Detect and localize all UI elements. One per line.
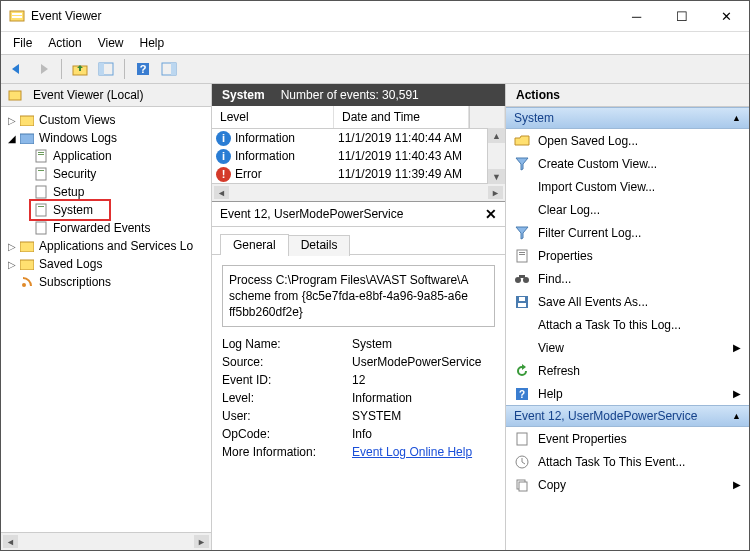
tree-windows-logs[interactable]: Windows Logs [39, 131, 117, 145]
action-attach-task-event[interactable]: Attach Task To This Event... [506, 450, 749, 473]
event-message-box[interactable]: Process C:\Program Files\AVAST Software\… [222, 265, 495, 327]
menu-view[interactable]: View [90, 32, 132, 54]
opcode-label: OpCode: [222, 427, 352, 441]
collapse-icon[interactable]: ◢ [5, 133, 19, 144]
toolbar-panel2-button[interactable] [157, 57, 181, 81]
center-pane: System Number of events: 30,591 Level Da… [212, 84, 506, 550]
action-open-saved-log[interactable]: Open Saved Log... [506, 129, 749, 152]
col-level[interactable]: Level [212, 106, 334, 128]
event-row[interactable]: iInformation 11/1/2019 11:40:44 AM [212, 129, 505, 147]
action-help[interactable]: ?Help▶ [506, 382, 749, 405]
help-button[interactable]: ? [131, 57, 155, 81]
menu-file[interactable]: File [5, 32, 40, 54]
svg-text:?: ? [140, 63, 147, 75]
tree-hscroll[interactable]: ◄► [1, 532, 211, 550]
event-viewer-window: Event Viewer ─ ☐ ✕ File Action View Help… [0, 0, 750, 551]
action-import-custom-view[interactable]: Import Custom View... [506, 175, 749, 198]
action-properties[interactable]: Properties [506, 244, 749, 267]
list-vscroll[interactable]: ▲▼ [487, 128, 505, 184]
row-level: Information [235, 131, 295, 145]
log-name-label: Log Name: [222, 337, 352, 351]
save-icon [514, 294, 530, 310]
menubar: File Action View Help [1, 32, 749, 54]
more-info-link[interactable]: Event Log Online Help [352, 445, 472, 459]
opcode-value: Info [352, 427, 372, 441]
action-create-custom-view[interactable]: Create Custom View... [506, 152, 749, 175]
svg-rect-1 [12, 13, 22, 15]
col-datetime[interactable]: Date and Time [334, 106, 469, 128]
svg-rect-36 [517, 433, 527, 445]
folder-up-button[interactable] [68, 57, 92, 81]
tree-system[interactable]: System [53, 203, 93, 217]
tree[interactable]: ▷Custom Views ◢Windows Logs Application … [1, 107, 211, 532]
tree-pane: Event Viewer (Local) ▷Custom Views ◢Wind… [1, 84, 212, 550]
svg-rect-5 [99, 63, 104, 75]
action-refresh[interactable]: Refresh [506, 359, 749, 382]
tree-application[interactable]: Application [53, 149, 112, 163]
expand-icon[interactable]: ▷ [5, 259, 19, 270]
log-icon [33, 202, 49, 218]
event-id-label: Event ID: [222, 373, 352, 387]
msg-line: scheme from {8c5e7fda-e8bf-4a96-9a85-a6e [229, 288, 488, 304]
menu-action[interactable]: Action [40, 32, 89, 54]
event-row[interactable]: iInformation 11/1/2019 11:40:43 AM [212, 147, 505, 165]
log-icon [33, 220, 49, 236]
svg-rect-11 [20, 116, 34, 126]
tree-forwarded[interactable]: Forwarded Events [53, 221, 150, 235]
action-attach-task[interactable]: Attach a Task To this Log... [506, 313, 749, 336]
window-title: Event Viewer [31, 9, 614, 23]
tree-custom-views[interactable]: Custom Views [39, 113, 115, 127]
close-button[interactable]: ✕ [704, 1, 749, 31]
svg-rect-17 [38, 170, 44, 171]
folder-open-icon [514, 133, 530, 149]
center-header: System Number of events: 30,591 [212, 84, 505, 106]
event-id-value: 12 [352, 373, 365, 387]
action-event-properties[interactable]: Event Properties [506, 427, 749, 450]
list-hscroll[interactable]: ◄► [212, 183, 505, 201]
minimize-button[interactable]: ─ [614, 1, 659, 31]
action-copy[interactable]: Copy▶ [506, 473, 749, 496]
tab-details[interactable]: Details [288, 235, 351, 256]
actions-title: Actions [506, 84, 749, 107]
forward-button[interactable] [31, 57, 55, 81]
tree-setup[interactable]: Setup [53, 185, 84, 199]
actions-section-event[interactable]: Event 12, UserModePowerService▲ [506, 405, 749, 427]
expand-icon[interactable]: ▷ [5, 115, 19, 126]
toolbar-panel1-button[interactable] [94, 57, 118, 81]
events-count: 30,591 [382, 88, 419, 102]
log-name-value: System [352, 337, 392, 351]
expand-icon[interactable]: ▷ [5, 241, 19, 252]
action-filter-log[interactable]: Filter Current Log... [506, 221, 749, 244]
row-datetime: 11/1/2019 11:39:49 AM [330, 167, 505, 181]
msg-line: ff5bb260df2e} [229, 304, 488, 320]
action-view-submenu[interactable]: View▶ [506, 336, 749, 359]
tree-root-label[interactable]: Event Viewer (Local) [33, 88, 144, 102]
winlogs-icon [19, 130, 35, 146]
tree-saved-logs[interactable]: Saved Logs [39, 257, 102, 271]
menu-help[interactable]: Help [132, 32, 173, 54]
tree-apps-services[interactable]: Applications and Services Lo [39, 239, 193, 253]
tree-security[interactable]: Security [53, 167, 96, 181]
tree-subscriptions[interactable]: Subscriptions [39, 275, 111, 289]
event-row[interactable]: !Error 11/1/2019 11:39:49 AM [212, 165, 505, 183]
col-scroll-spacer [469, 106, 505, 128]
actions-section-system[interactable]: System▲ [506, 107, 749, 129]
action-find[interactable]: Find... [506, 267, 749, 290]
tab-general[interactable]: General [220, 234, 289, 255]
titlebar: Event Viewer ─ ☐ ✕ [1, 1, 749, 32]
log-icon [33, 166, 49, 182]
import-icon [514, 179, 530, 195]
action-save-all-events[interactable]: Save All Events As... [506, 290, 749, 313]
subscriptions-icon [19, 274, 35, 290]
collapse-icon[interactable]: ▲ [732, 411, 741, 421]
action-clear-log[interactable]: Clear Log... [506, 198, 749, 221]
row-datetime: 11/1/2019 11:40:44 AM [330, 131, 505, 145]
task-icon [514, 454, 530, 470]
actions-pane: Actions System▲ Open Saved Log... Create… [506, 84, 749, 550]
maximize-button[interactable]: ☐ [659, 1, 704, 31]
detail-close-button[interactable]: ✕ [485, 206, 497, 222]
source-value: UserModePowerService [352, 355, 481, 369]
back-button[interactable] [5, 57, 29, 81]
funnel-icon [514, 156, 530, 172]
collapse-icon[interactable]: ▲ [732, 113, 741, 123]
